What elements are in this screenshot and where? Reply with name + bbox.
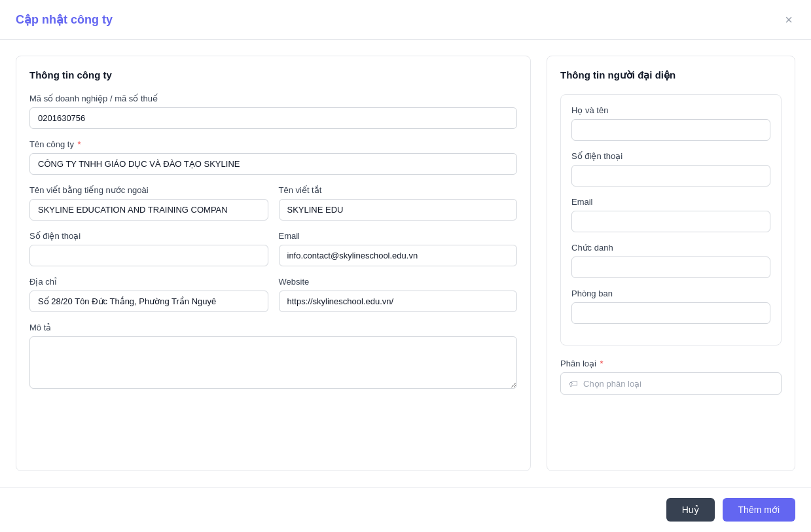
website-group: Website	[279, 277, 518, 312]
phan-loai-group: Phân loại * 🏷 Chọn phân loại	[560, 359, 782, 395]
phan-loai-label: Phân loại *	[560, 359, 782, 368]
chuc-danh-input[interactable]	[571, 257, 770, 278]
phan-loai-placeholder: Chọn phân loại	[583, 379, 641, 389]
rep-email-input[interactable]	[571, 211, 770, 232]
modal-title: Cập nhật công ty	[16, 12, 113, 27]
ten-cong-ty-input[interactable]	[29, 153, 517, 175]
ho-va-ten-label: Họ và tên	[571, 105, 770, 115]
ma-so-doanh-nghiep-group: Mã số doanh nghiệp / mã số thuế	[29, 94, 517, 129]
so-dien-thoai-group: Số điện thoại	[29, 231, 268, 266]
right-panel: Thông tin người đại diện Họ và tên Số đi…	[547, 56, 795, 471]
chuc-danh-label: Chức danh	[571, 243, 770, 253]
ten-cong-ty-label: Tên công ty *	[29, 139, 517, 149]
left-panel: Thông tin công ty Mã số doanh nghiệp / m…	[16, 56, 531, 471]
ho-va-ten-input[interactable]	[571, 119, 770, 141]
phong-ban-group: Phòng ban	[571, 289, 770, 324]
ten-viet-tat-group: Tên viết tắt	[279, 185, 518, 221]
ten-nuoc-ngoai-group: Tên viết bằng tiếng nước ngoài	[29, 185, 268, 221]
tag-icon: 🏷	[569, 378, 578, 389]
rep-so-dien-thoai-group: Số điện thoại	[571, 151, 770, 186]
modal-header: Cập nhật công ty ×	[0, 0, 811, 40]
dia-chi-group: Địa chỉ	[29, 277, 268, 312]
email-input[interactable]	[279, 245, 518, 266]
website-label: Website	[279, 277, 518, 287]
mo-ta-group: Mô tả	[29, 323, 517, 391]
modal-overlay: Cập nhật công ty × Thông tin công ty Mã …	[0, 0, 811, 532]
ten-viet-tat-label: Tên viết tắt	[279, 185, 518, 195]
rep-so-dien-thoai-label: Số điện thoại	[571, 151, 770, 161]
ma-so-doanh-nghiep-input[interactable]	[29, 107, 517, 129]
close-button[interactable]: ×	[782, 10, 795, 29]
so-dien-thoai-label: Số điện thoại	[29, 231, 268, 241]
ten-nuoc-ngoai-label: Tên viết bằng tiếng nước ngoài	[29, 185, 268, 195]
ten-cong-ty-group: Tên công ty *	[29, 139, 517, 175]
email-label: Email	[279, 231, 518, 241]
website-input[interactable]	[279, 291, 518, 312]
ma-so-doanh-nghiep-label: Mã số doanh nghiệp / mã số thuế	[29, 94, 517, 103]
ten-viet-tat-input[interactable]	[279, 199, 518, 221]
modal-body: Thông tin công ty Mã số doanh nghiệp / m…	[0, 40, 811, 487]
ho-va-ten-group: Họ và tên	[571, 105, 770, 141]
phan-loai-select[interactable]: 🏷 Chọn phân loại	[560, 372, 782, 395]
rep-email-label: Email	[571, 197, 770, 207]
rep-email-group: Email	[571, 197, 770, 232]
so-dien-thoai-input[interactable]	[29, 245, 268, 266]
sdt-email-row: Số điện thoại Email	[29, 231, 517, 277]
contact-section: Họ và tên Số điện thoại Email	[560, 94, 782, 346]
phong-ban-label: Phòng ban	[571, 289, 770, 298]
mo-ta-label: Mô tả	[29, 323, 517, 332]
modal-dialog: Cập nhật công ty × Thông tin công ty Mã …	[0, 0, 811, 532]
dia-chi-label: Địa chỉ	[29, 277, 268, 287]
mo-ta-textarea[interactable]	[29, 336, 517, 389]
left-panel-title: Thông tin công ty	[29, 69, 517, 80]
dia-chi-input[interactable]	[29, 291, 268, 312]
phong-ban-input[interactable]	[571, 302, 770, 324]
ten-cong-ty-required: *	[78, 139, 81, 149]
dia-chi-website-row: Địa chỉ Website	[29, 277, 517, 323]
chuc-danh-group: Chức danh	[571, 243, 770, 278]
them-moi-button[interactable]: Thêm mới	[723, 498, 795, 522]
ten-nuoc-ngoai-input[interactable]	[29, 199, 268, 221]
huy-button[interactable]: Huỷ	[666, 498, 715, 522]
phan-loai-required: *	[600, 359, 604, 368]
right-panel-title: Thông tin người đại diện	[560, 69, 782, 81]
rep-so-dien-thoai-input[interactable]	[571, 165, 770, 186]
ten-nuoc-ngoai-row: Tên viết bằng tiếng nước ngoài Tên viết …	[29, 185, 517, 231]
email-group: Email	[279, 231, 518, 266]
modal-footer: Huỷ Thêm mới	[0, 487, 811, 532]
